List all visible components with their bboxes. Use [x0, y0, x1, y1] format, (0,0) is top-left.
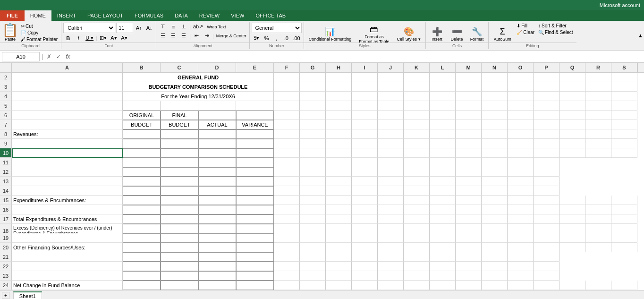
cell-C6[interactable]: FINAL [161, 111, 198, 120]
cell-P17[interactable] [534, 214, 559, 224]
align-middle-btn[interactable]: ≡ [169, 23, 178, 31]
cell-C23[interactable] [161, 271, 198, 281]
cell-F20[interactable] [274, 243, 300, 252]
cell-Q19[interactable] [559, 233, 585, 243]
cell-R19[interactable] [585, 233, 611, 243]
cell-K20[interactable] [404, 243, 430, 252]
cell-rest22-3[interactable] [352, 262, 378, 271]
tab-page-layout[interactable]: PAGE LAYOUT [82, 10, 129, 21]
cell-S19[interactable] [611, 233, 637, 243]
cell-N24[interactable] [482, 281, 508, 290]
cell-F24[interactable] [274, 281, 300, 290]
cancel-formula-btn[interactable]: ✗ [45, 53, 53, 60]
cell-I19[interactable] [352, 233, 378, 243]
cell-C14[interactable] [161, 186, 198, 196]
tab-office-tab[interactable]: OFFICE TAB [250, 10, 291, 21]
cell-F2[interactable] [274, 73, 300, 82]
cell-rest14-4[interactable] [378, 186, 404, 196]
cell-B2[interactable]: GENERAL FUND [123, 73, 274, 82]
cell-rest13-2[interactable] [326, 177, 352, 186]
delete-btn[interactable]: ➖ Delete [448, 23, 466, 45]
cell-B4[interactable]: For the Year Ending 12/31/20X6 [123, 92, 274, 101]
cell-P7[interactable] [534, 120, 559, 129]
cell-E20[interactable] [236, 243, 274, 252]
cell-J24[interactable] [378, 281, 404, 290]
cell-rest21-7[interactable] [456, 252, 482, 262]
font-color-btn[interactable]: A▾ [119, 34, 129, 42]
cell-rest11-6[interactable] [430, 158, 456, 167]
cell-O20[interactable] [508, 243, 534, 252]
cell-P19[interactable] [534, 233, 559, 243]
find-select-btn[interactable]: 🔍 Find & Select [537, 29, 574, 35]
cell-A17[interactable]: Total Expenditures & Encumbrances [12, 214, 123, 224]
cell-L8[interactable] [430, 129, 456, 139]
align-center-btn[interactable]: ☰ [169, 32, 178, 40]
cell-C20[interactable] [161, 243, 198, 252]
cell-N8[interactable] [482, 129, 508, 139]
row-num-22[interactable]: 22 [0, 262, 12, 271]
cell-F3[interactable] [274, 82, 300, 92]
col-header-O[interactable]: O [508, 63, 534, 72]
cell-rest9h[interactable] [534, 139, 559, 148]
cell-P2[interactable] [534, 73, 559, 82]
row-num-13[interactable]: 13 [0, 177, 12, 186]
cell-D6[interactable] [198, 111, 236, 120]
cell-D15[interactable] [198, 196, 236, 205]
col-header-E[interactable]: E [236, 63, 274, 72]
cell-rest22-10[interactable] [534, 262, 559, 271]
cell-O15[interactable] [508, 196, 534, 205]
cell-K6[interactable] [404, 111, 430, 120]
cell-rest12-5[interactable] [404, 167, 430, 177]
cell-M24[interactable] [456, 281, 482, 290]
cell-G4[interactable] [300, 92, 326, 101]
cell-D9[interactable] [198, 139, 236, 148]
cell-I2[interactable] [352, 73, 378, 82]
cell-I5[interactable] [352, 101, 378, 111]
cell-A5[interactable] [12, 101, 123, 111]
cell-R2[interactable] [585, 73, 611, 82]
cell-R8[interactable] [585, 129, 611, 139]
col-header-M[interactable]: M [456, 63, 482, 72]
cell-P24[interactable] [534, 281, 559, 290]
cell-rest10e[interactable] [456, 148, 482, 158]
font-name-select[interactable]: Calibri [63, 23, 115, 33]
row-num-23[interactable]: 23 [0, 271, 12, 281]
cell-rest9c[interactable] [404, 139, 430, 148]
cell-N5[interactable] [482, 101, 508, 111]
cell-D23[interactable] [198, 271, 236, 281]
cell-A9[interactable] [12, 139, 123, 148]
cell-N4[interactable] [482, 92, 508, 101]
cell-rest12-6[interactable] [430, 167, 456, 177]
cell-L6[interactable] [430, 111, 456, 120]
cell-L7[interactable] [430, 120, 456, 129]
format-btn[interactable]: 🔧 Format [467, 23, 487, 45]
cell-rest10i[interactable] [559, 148, 585, 158]
decrease-indent-btn[interactable]: ⇤ [192, 32, 201, 40]
row-num-5[interactable]: 5 [0, 101, 12, 111]
cell-S6[interactable] [611, 111, 637, 120]
cell-rest11-8[interactable] [482, 158, 508, 167]
row-num-7[interactable]: 7 [0, 120, 12, 129]
cell-A10[interactable] [12, 148, 123, 158]
cell-N6[interactable] [482, 111, 508, 120]
cell-Q4[interactable] [559, 92, 585, 101]
cell-S20[interactable] [611, 243, 637, 252]
cell-M6[interactable] [456, 111, 482, 120]
name-box[interactable] [2, 52, 40, 61]
cell-rest22-0[interactable] [274, 262, 300, 271]
cell-M17[interactable] [456, 214, 482, 224]
tab-review[interactable]: REVIEW [194, 10, 225, 21]
cell-Q3[interactable] [559, 82, 585, 92]
cell-A6[interactable] [12, 111, 123, 120]
col-header-N[interactable]: N [482, 63, 508, 72]
cell-rest21-8[interactable] [482, 252, 508, 262]
cell-F17[interactable] [274, 214, 300, 224]
cell-H20[interactable] [326, 243, 352, 252]
cell-rest22-5[interactable] [404, 262, 430, 271]
cell-C24[interactable] [161, 281, 198, 290]
cell-J16[interactable] [378, 205, 404, 214]
col-header-B[interactable]: B [123, 63, 161, 72]
cell-rest12-10[interactable] [534, 167, 559, 177]
cell-rest11-7[interactable] [456, 158, 482, 167]
cell-J3[interactable] [378, 82, 404, 92]
